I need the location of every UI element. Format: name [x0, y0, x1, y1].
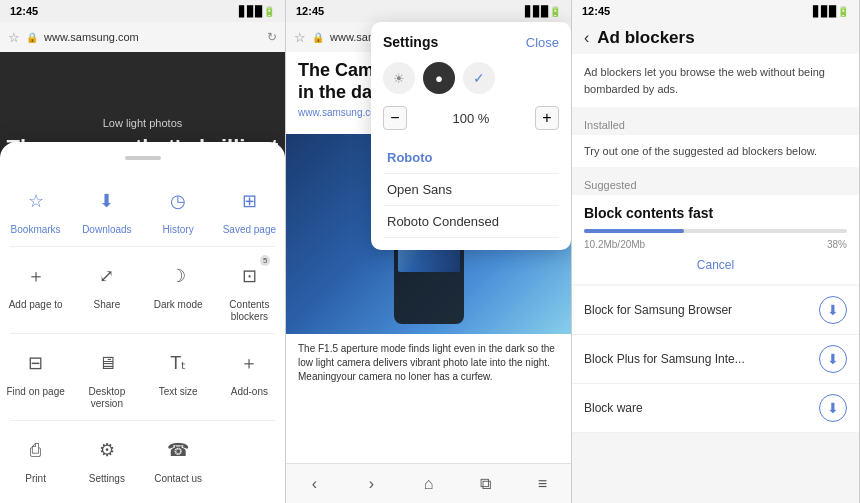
downloads-icon: ⬇ [88, 182, 126, 220]
settings-popup: Settings Close ☀ ● ✓ − 100 % + Roboto Op… [371, 22, 571, 250]
blocker-ware-download-button[interactable]: ⬇ [819, 394, 847, 422]
font-open-sans[interactable]: Open Sans [383, 174, 559, 206]
panel2-settings: 12:45 ▋▊▉🔋 ☆ 🔒 www.sama... Settings Clos… [286, 0, 572, 503]
ad-blockers-back-button[interactable]: ‹ [584, 29, 589, 47]
nav-menu-button[interactable]: ≡ [527, 468, 559, 500]
contents-blockers-icon: ⊡ 5 [230, 257, 268, 295]
panel1-time: 12:45 [10, 5, 38, 17]
add-page-icon: ＋ [17, 257, 55, 295]
nav-back-button[interactable]: ‹ [299, 468, 331, 500]
panel2-bottom-nav: ‹ › ⌂ ⧉ ≡ [286, 463, 571, 503]
bookmarks-icon: ☆ [17, 182, 55, 220]
contact-icon: ☎ [159, 431, 197, 469]
menu-bookmarks[interactable]: ☆ Bookmarks [0, 172, 71, 246]
panel3-title: Ad blockers [597, 28, 694, 48]
panel2-time: 12:45 [296, 5, 324, 17]
settings-popup-header: Settings Close [383, 34, 559, 50]
gear-icon: ⚙ [88, 431, 126, 469]
add-page-label: Add page to [9, 299, 63, 311]
print-label: Print [25, 473, 46, 485]
menu-find-on-page[interactable]: ⊟ Find on page [0, 334, 71, 420]
ad-blockers-description: Ad blockers let you browse the web witho… [572, 54, 859, 107]
panel2-star-icon[interactable]: ☆ [294, 30, 306, 45]
text-size-icon: Tₜ [159, 344, 197, 382]
history-label: History [163, 224, 194, 236]
dark-mode-icon: ☽ [159, 257, 197, 295]
cancel-download-button[interactable]: Cancel [584, 256, 847, 274]
blocker-ware-name: Block ware [584, 401, 643, 415]
menu-contents-blockers[interactable]: ⊡ 5 Contents blockers [214, 247, 285, 333]
menu-saved-page[interactable]: ⊞ Saved page [214, 172, 285, 246]
progress-meta: 10.2Mb/20Mb 38% [584, 239, 847, 250]
blockers-badge: 5 [260, 255, 270, 266]
contents-blockers-label: Contents blockers [218, 299, 281, 323]
nav-tabs-button[interactable]: ⧉ [470, 468, 502, 500]
desktop-icon: 🖥 [88, 344, 126, 382]
dark-mode-label: Dark mode [154, 299, 203, 311]
panel3-ad-blockers: 12:45 ▋▊▉🔋 ‹ Ad blockers Ad blockers let… [572, 0, 860, 503]
bottom-sheet-handle [125, 156, 161, 160]
panel1-url[interactable]: www.samsung.com [44, 31, 261, 43]
menu-row4: ⎙ Print ⚙ Settings ☎ Contact us [0, 421, 285, 495]
blocker-plus-download-button[interactable]: ⬇ [819, 345, 847, 373]
downloads-label: Downloads [82, 224, 131, 236]
panel1-small-text: Low light photos [103, 117, 183, 129]
zoom-row: − 100 % + [383, 106, 559, 130]
progress-size: 10.2Mb/20Mb [584, 239, 645, 250]
font-roboto-condensed[interactable]: Roboto Condensed [383, 206, 559, 238]
menu-desktop-version[interactable]: 🖥 Desktop version [71, 334, 142, 420]
add-ons-icon: ＋ [230, 344, 268, 382]
saved-page-label: Saved page [223, 224, 276, 236]
block-card-title: Block contents fast [584, 205, 847, 221]
block-contents-fast-card: Block contents fast 10.2Mb/20Mb 38% Canc… [572, 195, 859, 284]
share-icon: ⤢ [88, 257, 126, 295]
menu-row3: ⊟ Find on page 🖥 Desktop version Tₜ Text… [0, 334, 285, 420]
panel1-bottom-sheet: ☆ Bookmarks ⬇ Downloads ◷ History ⊞ Save… [0, 142, 285, 503]
dark-theme-button[interactable]: ● [423, 62, 455, 94]
menu-downloads[interactable]: ⬇ Downloads [71, 172, 142, 246]
panel1-refresh-icon[interactable]: ↻ [267, 30, 277, 44]
menu-add-ons[interactable]: ＋ Add-ons [214, 334, 285, 420]
menu-add-page[interactable]: ＋ Add page to [0, 247, 71, 333]
settings-label: Settings [89, 473, 125, 485]
menu-history[interactable]: ◷ History [143, 172, 214, 246]
saved-page-icon: ⊞ [230, 182, 268, 220]
panel3-status-icons: ▋▊▉🔋 [813, 6, 849, 17]
settings-close-button[interactable]: Close [526, 35, 559, 50]
text-size-label: Text size [159, 386, 198, 398]
desktop-label: Desktop version [75, 386, 138, 410]
blocker-samsung-download-button[interactable]: ⬇ [819, 296, 847, 324]
blocker-plus-name: Block Plus for Samsung Inte... [584, 352, 745, 366]
panel1-star-icon[interactable]: ☆ [8, 30, 20, 45]
blocker-item-plus: Block Plus for Samsung Inte... ⬇ [572, 335, 859, 384]
panel1-status-icons: ▋▊▉🔋 [239, 6, 275, 17]
panel1-lock-icon: 🔒 [26, 32, 38, 43]
menu-settings[interactable]: ⚙ Settings [71, 421, 142, 495]
suggested-section-header: Suggested [572, 173, 859, 195]
nav-home-button[interactable]: ⌂ [413, 468, 445, 500]
menu-text-size[interactable]: Tₜ Text size [143, 334, 214, 420]
menu-contact-us[interactable]: ☎ Contact us [143, 421, 214, 495]
menu-print[interactable]: ⎙ Print [0, 421, 71, 495]
panel2-lock-icon: 🔒 [312, 32, 324, 43]
blocker-item-ware: Block ware ⬇ [572, 384, 859, 433]
panel3-time: 12:45 [582, 5, 610, 17]
panel2-status-icons: ▋▊▉🔋 [525, 6, 561, 17]
find-on-page-label: Find on page [6, 386, 64, 398]
menu-share[interactable]: ⤢ Share [71, 247, 142, 333]
add-ons-label: Add-ons [231, 386, 268, 398]
print-icon: ⎙ [17, 431, 55, 469]
menu-dark-mode[interactable]: ☽ Dark mode [143, 247, 214, 333]
blocker-samsung-name: Block for Samsung Browser [584, 303, 732, 317]
zoom-in-button[interactable]: + [535, 106, 559, 130]
font-roboto[interactable]: Roboto [383, 142, 559, 174]
nav-forward-button[interactable]: › [356, 468, 388, 500]
panel3-header: ‹ Ad blockers [572, 22, 859, 54]
panel3-body: Ad blockers let you browse the web witho… [572, 54, 859, 463]
zoom-out-button[interactable]: − [383, 106, 407, 130]
theme-toggles: ☀ ● ✓ [383, 62, 559, 94]
light-theme-button[interactable]: ☀ [383, 62, 415, 94]
check-theme-button[interactable]: ✓ [463, 62, 495, 94]
panel1-address-bar: ☆ 🔒 www.samsung.com ↻ [0, 22, 285, 52]
panel2-status-bar: 12:45 ▋▊▉🔋 [286, 0, 571, 22]
